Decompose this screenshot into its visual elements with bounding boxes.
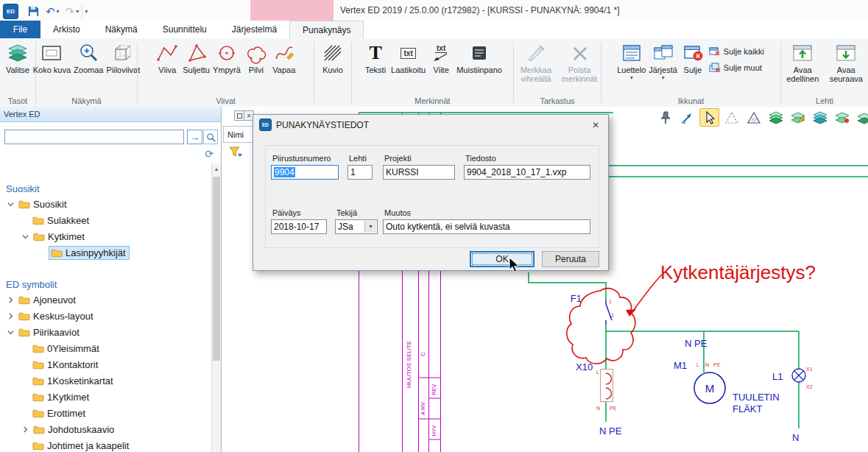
guide-tool-button[interactable] xyxy=(677,108,697,127)
layers-tool-button-4[interactable] xyxy=(832,108,852,127)
quick-access-toolbar: ED ↶ ▾ ↷ ▾ ▾ xyxy=(3,4,88,19)
teksti-button[interactable]: T Teksti xyxy=(361,40,389,75)
valitse-button[interactable]: Valitse xyxy=(4,40,32,75)
paivays-input[interactable]: 2018-10-17 xyxy=(271,219,327,234)
refresh-button[interactable]: ⟳ xyxy=(200,146,218,160)
sidebar-item-1kontaktorit[interactable]: 1Kontaktorit xyxy=(0,356,212,372)
search-go-button[interactable]: → xyxy=(187,130,202,144)
sulje-kaikki-button[interactable]: Sulje kaikki xyxy=(707,45,766,58)
laatikoitu-button[interactable]: txt Laatikoitu xyxy=(389,40,427,75)
vapaa-button[interactable]: Vapaa xyxy=(270,40,298,75)
dialog-titlebar[interactable]: ED PUNAKYNÄYSTIEDOT ✕ xyxy=(253,115,608,135)
dialog-close-button[interactable]: ✕ xyxy=(589,120,602,130)
paivays-label: Päiväys xyxy=(272,208,301,217)
koko-kuva-button[interactable]: Koko kuva xyxy=(32,40,72,75)
tree-section-ed-symbolit[interactable]: ED symbolit xyxy=(0,277,212,292)
tab-punakynays[interactable]: Punakynäys xyxy=(289,21,364,38)
tiedosto-input[interactable]: 9904_2018_10_17_1.vxp xyxy=(464,165,590,180)
luettelo-button[interactable]: Luettelo ▾ xyxy=(615,40,647,82)
tiedosto-label: Tiedosto xyxy=(465,154,496,163)
sulje-muut-button[interactable]: Sulje muut xyxy=(707,61,766,74)
chevron-right-icon[interactable] xyxy=(6,311,15,321)
folder-icon xyxy=(32,441,44,451)
chevron-down-icon[interactable] xyxy=(6,328,15,337)
sidebar-item-1kosketinkartat[interactable]: 1Kosketinkartat xyxy=(0,372,212,389)
sidebar-item-lasinpyyhkijat[interactable]: Lasinpyyhkijät xyxy=(0,244,212,261)
chevron-down-icon[interactable] xyxy=(21,232,30,241)
qat-customize-icon[interactable]: ▾ xyxy=(85,8,88,15)
sidebar-item-johtimet-ja-kaapelit[interactable]: Johtimet ja kaapelit xyxy=(0,437,212,452)
lehti-input[interactable]: 1 xyxy=(347,165,373,180)
kuvio-button[interactable]: Kuvio xyxy=(319,40,347,75)
canvas-toolbar xyxy=(655,108,868,128)
arrange-windows-icon xyxy=(651,41,676,65)
tab-nakyma[interactable]: Näkymä xyxy=(93,21,150,38)
undo-button[interactable]: ↶ xyxy=(44,6,57,18)
layers-tool-button-2[interactable] xyxy=(788,108,808,127)
sidebar-item-sulakkeet[interactable]: Sulakkeet xyxy=(0,212,212,228)
viiva-button[interactable]: Viiva xyxy=(153,40,181,75)
app-icon[interactable]: ED xyxy=(3,4,18,19)
hatch-tool-button[interactable] xyxy=(744,108,763,127)
ympyra-button[interactable]: Ympyrä xyxy=(211,40,242,75)
avaa-seuraava-button[interactable]: Avaa seuraava xyxy=(825,40,868,84)
chevron-down-icon[interactable] xyxy=(6,199,15,209)
peruuta-button[interactable]: Peruuta xyxy=(542,251,599,267)
sidebar-item-ajoneuvot[interactable]: Ajoneuvot xyxy=(0,292,212,308)
sidebar-item-johdotuskaavio[interactable]: Johdotuskaavio xyxy=(0,421,212,437)
redline-line-icon xyxy=(155,41,180,65)
undo-dropdown-icon[interactable]: ▾ xyxy=(57,8,60,15)
chevron-right-icon[interactable] xyxy=(6,295,15,305)
avaa-edellinen-button[interactable]: Avaa edellinen xyxy=(781,40,825,84)
sidebar-item-1kytkimet[interactable]: 1Kytkimet xyxy=(0,389,212,405)
suljettu-button[interactable]: Suljettu xyxy=(181,40,211,75)
lamp-l1-symbol xyxy=(792,369,805,382)
sidebar-item-kytkimet[interactable]: Kytkimet xyxy=(0,228,212,244)
viite-button[interactable]: txt Viite xyxy=(427,40,455,75)
search-input[interactable] xyxy=(4,130,184,144)
svg-text:N: N xyxy=(792,432,799,443)
chevron-down-icon[interactable]: ▾ xyxy=(364,221,376,233)
tab-file[interactable]: File xyxy=(0,21,40,38)
projekti-input[interactable]: KURSSI xyxy=(383,165,455,180)
pilvi-button[interactable]: Pilvi xyxy=(242,40,270,75)
tab-suunnittelu[interactable]: Suunnittelu xyxy=(150,21,219,38)
sidebar-item-keskus-layout[interactable]: Keskus-layout xyxy=(0,308,212,324)
sidebar-item-suosikit[interactable]: Suosikit xyxy=(0,196,212,212)
chevron-right-icon[interactable] xyxy=(21,425,30,434)
svg-text:HYV: HYV xyxy=(431,425,437,436)
scrollbar-thumb[interactable] xyxy=(213,177,220,361)
muistiinpano-button[interactable]: Muistiinpano xyxy=(455,40,504,75)
sulje-button[interactable]: Sulje xyxy=(679,40,707,75)
jarjesta-button[interactable]: Järjestä ▾ xyxy=(647,40,679,82)
tab-jarjestelma[interactable]: Järjestelmä xyxy=(219,21,289,38)
pin-tool-button[interactable] xyxy=(655,108,675,127)
svg-text:1: 1 xyxy=(609,299,612,304)
muutos-input[interactable]: Outo kytkentä, ei selviä kuvasta xyxy=(383,219,590,234)
ribbon-group-kuvio: Kuvio xyxy=(314,38,351,107)
sidebar-item-erottimet[interactable]: Erottimet xyxy=(0,405,212,421)
triangle-tool-button[interactable] xyxy=(721,108,741,127)
filter-funnel-icon[interactable] xyxy=(229,146,242,158)
tekija-select[interactable]: JSa ▾ xyxy=(335,219,378,234)
piirustusnumero-input[interactable]: 9904 xyxy=(271,165,339,180)
panel-float-button[interactable] xyxy=(234,110,244,121)
layers-tool-button-3[interactable] xyxy=(810,108,830,127)
save-button[interactable] xyxy=(27,5,40,18)
piiloviivat-button[interactable]: Piiloviivat xyxy=(105,40,141,75)
layers-tool-button-1[interactable] xyxy=(766,108,786,127)
sidebar-item-0yleisimmat[interactable]: 0Yleisimmät xyxy=(0,340,212,356)
scroll-up-icon[interactable]: ▲ xyxy=(212,163,221,174)
select-tool-button[interactable] xyxy=(699,108,719,127)
svg-text:X1: X1 xyxy=(806,367,813,372)
drawing-area[interactable]: MUUTOS SELITE C REV A WV HYV xyxy=(222,107,868,452)
ok-button[interactable]: OK xyxy=(470,251,534,267)
folder-icon xyxy=(18,199,30,209)
tree-section-suosikit[interactable]: Suosikit xyxy=(0,181,212,196)
layers-tool-button-5[interactable] xyxy=(854,108,868,127)
sidebar-item-piirikaaviot[interactable]: Piirikaaviot xyxy=(0,324,212,340)
tab-arkisto[interactable]: Arkisto xyxy=(40,21,93,38)
zoomaa-button[interactable]: Zoomaa xyxy=(72,40,105,75)
tree-scrollbar[interactable]: ▲ xyxy=(211,163,221,452)
search-button[interactable] xyxy=(203,130,218,144)
